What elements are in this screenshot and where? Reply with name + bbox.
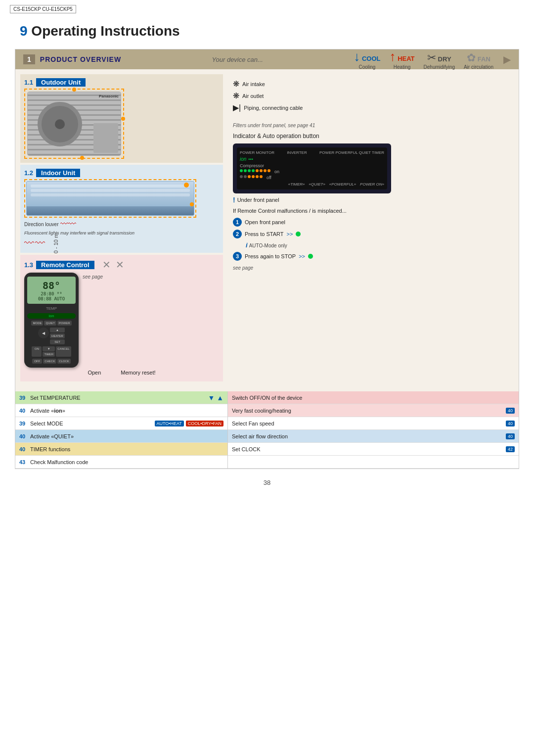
feat-airflow-text: Select air flow direction xyxy=(232,433,504,439)
dot-o4 xyxy=(267,169,270,172)
mode-btn[interactable]: MODE xyxy=(31,321,43,326)
feat-mode-badge1: AUTO•HEAT xyxy=(155,421,184,426)
piping-label: ▶| Piping, connecting cable xyxy=(233,103,514,112)
timer-btn[interactable]: TIMER xyxy=(43,352,55,357)
mode-cool: ↓ COOL Cooling xyxy=(354,49,380,70)
step-2-num: 2 xyxy=(233,230,242,238)
banner-title: PRODUCT OVERVIEW xyxy=(40,55,121,63)
feat-mode-text: Select MODE xyxy=(30,421,153,426)
ion-badge: ion xyxy=(27,313,76,319)
banner-subtitle: Your device can... xyxy=(212,56,263,63)
off-btn[interactable]: OFF xyxy=(32,359,42,364)
feat-fast-text: Very fast cooling/heating xyxy=(232,408,504,414)
callout-dot-bottom xyxy=(80,156,84,160)
air-outlet-icon: ❋ xyxy=(233,91,239,100)
fan-icon: ✿ xyxy=(467,51,476,64)
dots-row-2: off xyxy=(240,175,384,180)
info-icon: i xyxy=(246,241,248,249)
diagram-right: ❋ Air intake ❋ Air outlet ▶| Piping, con… xyxy=(228,69,519,391)
stripe3 xyxy=(31,193,190,196)
feat-airflow-num: 40 xyxy=(506,433,515,439)
step-2-arrow: >> xyxy=(286,231,293,237)
remote-section: 1.3 Remote Control ✕ ✕ 88° 28:80 ⁰⁹ 08:8 xyxy=(20,255,223,381)
feat-timer-text: TIMER functions xyxy=(30,446,223,452)
panel-labels: «TIMER» «QUIET» «POWERFUL» POWER ON» xyxy=(240,182,384,187)
step-2-text: Press to START xyxy=(245,231,283,237)
open-memory-row: Open Memory reset! xyxy=(24,368,219,378)
dot-o8 xyxy=(260,175,263,178)
temp-arrows: ▼ ▲ xyxy=(208,394,223,402)
feat-mode-badge2: COOL•DRY•FAN xyxy=(186,421,223,426)
up-btn[interactable]: ▲ xyxy=(50,328,65,332)
indoor-louver xyxy=(27,206,194,215)
air-intake-label: ❋ Air intake xyxy=(233,79,514,89)
step-1-num: 1 xyxy=(233,218,242,227)
cancel-btn[interactable]: CANCEL xyxy=(56,346,71,357)
feat-fan-speed: Select Fan speed 40 xyxy=(228,417,519,430)
outdoor-unit-visual: Panasonic xyxy=(27,92,121,156)
feat-mode: 39 Select MODE AUTO•HEAT COOL•DRY•FAN xyxy=(15,417,227,430)
remote-temp-display: 88° xyxy=(29,280,74,291)
panasonic-outdoor-logo: Panasonic xyxy=(99,94,119,98)
check-btn[interactable]: CHECK xyxy=(43,359,56,364)
remote-display: 88° 28:80 ⁰⁹ 08:88 AUTO xyxy=(27,277,76,304)
indoor-dashed-box: Panasonic xyxy=(24,179,196,218)
distance-label: 0 - 10 m xyxy=(53,233,59,253)
exclaim-icon: ! xyxy=(233,196,235,204)
air-intake-icon: ❋ xyxy=(233,79,239,89)
step-1: 1 Open front panel xyxy=(233,218,514,227)
indicator-label-row: POWER MONITOR INVERTER POWER POWERFUL QU… xyxy=(240,150,384,155)
heater-btn[interactable]: HEATER xyxy=(50,333,65,338)
dot-gray1 xyxy=(240,175,243,178)
on-btn[interactable]: ON xyxy=(32,346,42,357)
step-3-arrow: >> xyxy=(299,253,305,259)
on-off-row: ON ▼ TIMER CANCEL xyxy=(27,346,76,357)
indoor-stripes xyxy=(27,182,194,199)
dry-label: DRY xyxy=(438,55,451,63)
feat-temperature: 39 Set TEMPERATURE ▼ ▲ xyxy=(15,391,227,404)
quiet-btn[interactable]: QUIET xyxy=(44,321,56,326)
set-btn[interactable]: SET xyxy=(50,339,65,344)
diagram-area: 1 PRODUCT OVERVIEW Your device can... ↓ … xyxy=(15,49,519,469)
feat-fast-cooling: Very fast cooling/heating 40 xyxy=(228,404,519,417)
fan-label: FAN xyxy=(478,55,490,63)
feat-quiet: 40 Activate «QUIET» xyxy=(15,430,227,443)
feat-malfunction-num: 43 xyxy=(19,459,30,465)
feat-ion-text: Activate «ion» xyxy=(30,408,223,414)
steps-section: 1 Open front panel 2 Press to START >> i… xyxy=(233,218,514,261)
power-on-label: POWER ON» xyxy=(360,182,384,187)
left-btn[interactable]: ◀ xyxy=(38,328,49,338)
temp-label: TEMP xyxy=(27,306,76,311)
chapter-number: 9 xyxy=(20,23,28,39)
feat-temp-num: 39 xyxy=(19,395,30,401)
banner-left: 1 PRODUCT OVERVIEW xyxy=(23,54,121,64)
feat-ion: 40 Activate «ion» xyxy=(15,404,227,417)
main-content: 1 PRODUCT OVERVIEW Your device can... ↓ … xyxy=(15,49,519,496)
clock-btn[interactable]: CLOCK xyxy=(57,359,71,364)
remote-time-display: 28:80 ⁰⁹ xyxy=(29,291,74,296)
step-3: 3 Press again to STOP >> xyxy=(233,252,514,261)
banner-arrow-icon: ▶ xyxy=(503,53,511,65)
banner-number: 1 xyxy=(23,54,35,64)
center-btns: ▲ HEATER SET xyxy=(50,328,65,344)
x-mark-2: ✕ xyxy=(116,259,124,271)
outdoor-dashed-box: Panasonic xyxy=(24,89,124,159)
feat-malfunction-text: Check Malfunction code xyxy=(30,459,223,465)
memory-reset-label: Memory reset! xyxy=(121,370,155,376)
see-page-right: see page xyxy=(233,264,514,271)
powerful-btn[interactable]: POWER xyxy=(57,321,72,326)
ion-dots: ••• xyxy=(248,157,253,162)
heat-arrow-icon: ↑ xyxy=(390,49,396,64)
outdoor-body-right xyxy=(93,123,118,153)
dot-o5 xyxy=(248,175,251,178)
feature-left-col: 39 Set TEMPERATURE ▼ ▲ 40 Activate «ion»… xyxy=(15,391,228,469)
compressor-label: Compressor xyxy=(240,163,384,168)
down-btn[interactable]: ▼ xyxy=(43,346,55,351)
dots-row-1: on xyxy=(240,169,384,174)
feat-malfunction: 43 Check Malfunction code xyxy=(15,456,227,469)
see-page-note: see page xyxy=(83,273,103,280)
feat-clock-num: 42 xyxy=(506,446,515,452)
chapter-title: 9 Operating Instructions xyxy=(20,23,514,39)
product-overview-banner: 1 PRODUCT OVERVIEW Your device can... ↓ … xyxy=(15,49,519,69)
auto-mode-text: AUTO-Mode only xyxy=(249,243,287,248)
